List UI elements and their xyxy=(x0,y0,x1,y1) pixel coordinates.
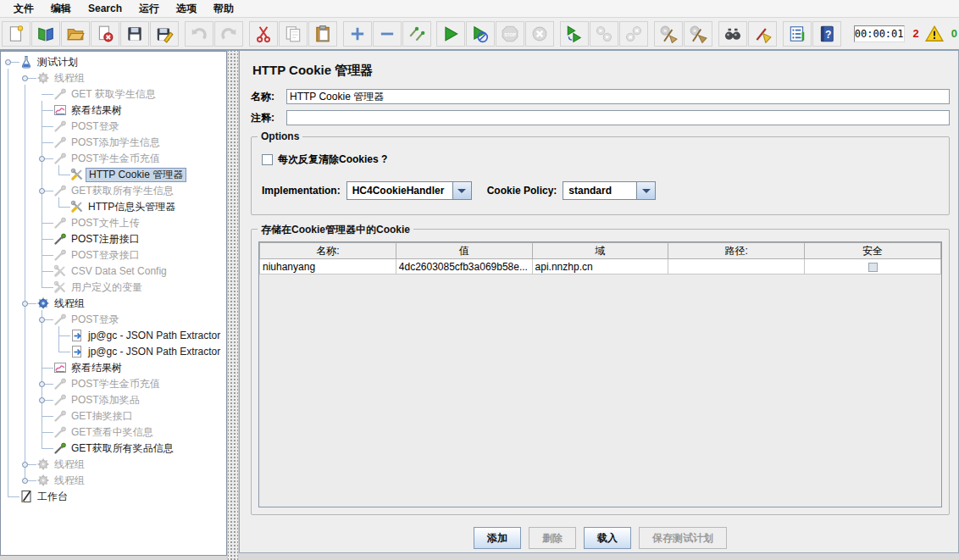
tree-item[interactable]: POST学生金币充值 xyxy=(1,376,226,392)
chevron-down-icon[interactable] xyxy=(453,181,472,200)
tree-item[interactable]: POST学生金币充值 xyxy=(1,151,226,167)
menu-item-2[interactable]: Search xyxy=(80,1,130,16)
toolbar-save-as-button[interactable] xyxy=(150,21,179,47)
tree-item[interactable]: CSV Data Set Config xyxy=(1,263,226,280)
clear-cookies-checkbox[interactable] xyxy=(262,154,273,165)
sampler-gray-icon xyxy=(53,87,67,101)
toolbar-cut-button[interactable] xyxy=(249,21,278,47)
tree-expand-handle[interactable] xyxy=(22,75,28,81)
secure-checkbox[interactable] xyxy=(868,263,878,272)
remote-start-icon xyxy=(565,25,584,43)
save-test-plan-button: 保存测试计划 xyxy=(639,527,727,549)
tree-item[interactable]: GET抽奖接口 xyxy=(1,408,226,424)
tree-item[interactable]: POST添加学生信息 xyxy=(1,135,226,151)
toolbar-start-button[interactable] xyxy=(436,21,465,47)
tree-expand-handle[interactable] xyxy=(39,397,45,403)
toolbar-start-no-timers-button[interactable] xyxy=(466,21,495,47)
tree-item-label: 线程组 xyxy=(52,71,87,86)
tree-item[interactable]: POST登录 xyxy=(1,119,226,135)
tree-item[interactable]: GET查看中奖信息 xyxy=(1,424,226,441)
tree-item-label: HTTP信息头管理器 xyxy=(86,200,178,214)
tree-item[interactable]: POST登录 xyxy=(1,312,226,328)
cookie-table-header: 安全 xyxy=(805,243,941,259)
toolbar-toggle-button[interactable] xyxy=(402,21,431,47)
tree-expand-handle[interactable] xyxy=(39,317,45,323)
tree-expand-handle[interactable] xyxy=(22,462,28,468)
toolbar-remote-start-button[interactable] xyxy=(560,21,589,47)
cookie-table-scrollpane[interactable]: 名称:值域路径:安全 niuhanyang4dc2603085cfb3a069b… xyxy=(258,241,942,507)
tree-expand-handle[interactable] xyxy=(22,301,28,307)
toolbar-copy-button[interactable] xyxy=(279,21,308,47)
menu-item-5[interactable]: 帮助 xyxy=(205,0,242,18)
clear-all-icon xyxy=(689,25,707,43)
toolbar-clear-all-button[interactable] xyxy=(684,21,712,47)
tree-item[interactable]: HTTP信息头管理器 xyxy=(1,199,226,215)
tree-item[interactable]: POST注册接口 xyxy=(1,231,226,247)
menu-item-1[interactable]: 编辑 xyxy=(42,0,80,18)
tree-item-label: 工作台 xyxy=(35,490,70,504)
tree-item[interactable]: jp@gc - JSON Path Extractor xyxy=(1,344,226,360)
tree-item[interactable]: 线程组 xyxy=(1,473,226,489)
toolbar-close-file-button[interactable] xyxy=(91,21,119,47)
tree-item[interactable]: GET获取所有奖品信息 xyxy=(1,441,226,457)
main-split: 测试计划线程组GET 获取学生信息察看结果树POST登录POST添加学生信息PO… xyxy=(0,49,959,560)
log-error-count[interactable]: 2 xyxy=(913,27,919,40)
toolbar-search-reset-button[interactable] xyxy=(748,21,777,47)
tree-item[interactable]: 线程组 xyxy=(1,296,226,312)
tree-item[interactable]: GET 获取学生信息 xyxy=(1,86,226,103)
thread-group-icon xyxy=(36,297,50,310)
load-button[interactable]: 载入 xyxy=(584,527,631,549)
cookie-policy-select[interactable]: standard xyxy=(563,181,656,200)
toolbar-save-button[interactable] xyxy=(120,21,149,47)
tree-item[interactable]: HTTP Cookie 管理器 xyxy=(1,167,226,183)
tree-item[interactable]: jp@gc - JSON Path Extractor xyxy=(1,328,226,344)
chevron-down-icon[interactable] xyxy=(637,181,656,200)
toolbar-clear-button[interactable] xyxy=(654,21,683,47)
add-button[interactable]: 添加 xyxy=(474,527,521,549)
toolbar-open-folder-button[interactable] xyxy=(61,21,90,47)
toolbar-function-helper-button[interactable] xyxy=(783,21,812,47)
tree-item[interactable]: POST添加奖品 xyxy=(1,392,226,408)
tree-expand-handle[interactable] xyxy=(39,156,45,162)
menu-item-4[interactable]: 选项 xyxy=(168,0,205,18)
tree-connector xyxy=(58,352,70,352)
toolbar-help-button[interactable]: ? xyxy=(812,21,841,47)
warning-icon[interactable] xyxy=(924,25,945,43)
tree-item-label: 察看结果树 xyxy=(69,361,125,375)
toolbar-templates-button[interactable] xyxy=(31,21,60,47)
tree-item[interactable]: 线程组 xyxy=(1,70,226,86)
tree-item[interactable]: 测试计划 xyxy=(1,54,226,70)
tree-expand-handle[interactable] xyxy=(22,478,28,484)
toolbar-search-button[interactable] xyxy=(718,21,747,47)
cookie-path-cell[interactable] xyxy=(668,259,805,274)
tree-item[interactable]: POST登录接口 xyxy=(1,247,226,263)
menu-item-3[interactable]: 运行 xyxy=(130,0,168,18)
cookie-value-cell[interactable]: 4dc2603085cfb3a069b58e... xyxy=(396,259,532,274)
toolbar-new-file-button[interactable] xyxy=(2,21,30,47)
name-label: 名称: xyxy=(251,90,286,104)
clear-cookies-label: 每次反复清除Cookies ? xyxy=(278,152,387,167)
toolbar-expand-all-button[interactable] xyxy=(343,21,372,47)
name-input[interactable] xyxy=(286,89,950,104)
tree-item[interactable]: 察看结果树 xyxy=(1,103,226,119)
tree-item[interactable]: 用户定义的变量 xyxy=(1,280,226,296)
cookie-domain-cell[interactable]: api.nnzhp.cn xyxy=(532,259,668,274)
tree-expand-handle[interactable] xyxy=(39,188,45,194)
sampler-gray-icon xyxy=(53,136,67,149)
tree-item[interactable]: 工作台 xyxy=(1,489,226,505)
menu-item-0[interactable]: 文件 xyxy=(5,0,42,18)
redo-icon xyxy=(219,25,238,43)
tree-expand-handle[interactable] xyxy=(39,381,45,387)
tree-item[interactable]: GET获取所有学生信息 xyxy=(1,183,226,199)
tree-item[interactable]: POST文件上传 xyxy=(1,215,226,231)
tree-expand-handle[interactable] xyxy=(5,59,11,65)
tree-item[interactable]: 察看结果树 xyxy=(1,360,226,376)
cookie-name-cell[interactable]: niuhanyang xyxy=(260,259,396,274)
implementation-select[interactable]: HC4CookieHandler xyxy=(346,181,472,200)
split-divider[interactable] xyxy=(227,51,239,560)
comment-input[interactable] xyxy=(286,110,950,125)
toolbar-collapse-all-button[interactable] xyxy=(373,21,402,47)
toolbar-paste-button[interactable] xyxy=(308,21,337,47)
tree-connector xyxy=(58,207,70,208)
tree-item[interactable]: 线程组 xyxy=(1,457,226,473)
